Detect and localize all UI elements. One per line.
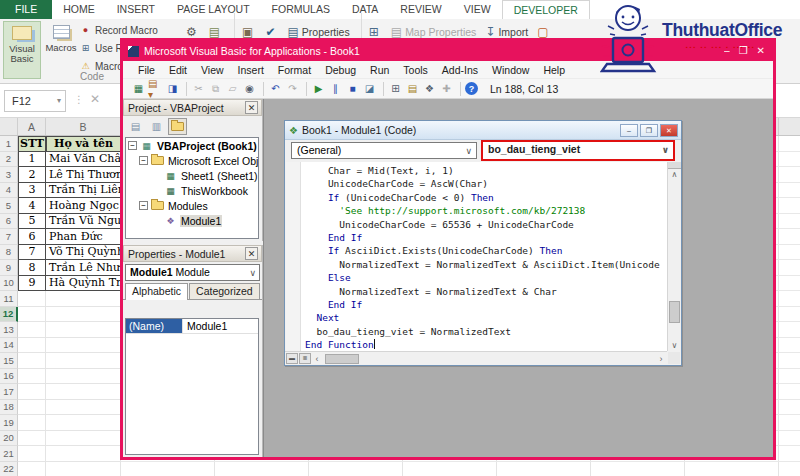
table-cell-stt[interactable]: 3 [18, 183, 46, 199]
scroll-up-icon[interactable]: ∧ [668, 170, 681, 179]
row-header-9[interactable]: 9 [0, 260, 18, 276]
cell[interactable] [18, 291, 46, 307]
toggle-folders-icon[interactable] [168, 118, 187, 135]
table-cell-name[interactable]: Trần Lê Như Qu [46, 260, 121, 276]
cut-icon[interactable]: ✂ [191, 81, 206, 96]
row-header-16[interactable]: 16 [0, 369, 18, 385]
row-header-3[interactable]: 3 [0, 167, 18, 183]
table-cell-stt[interactable]: 8 [18, 260, 46, 276]
menu-format[interactable]: Format [271, 64, 318, 76]
properties-close-icon[interactable]: ✕ [245, 247, 258, 260]
table-cell-name[interactable]: Mai Văn Châu [46, 152, 121, 168]
vertical-scroll-thumb[interactable] [669, 301, 680, 323]
menu-view[interactable]: View [194, 64, 231, 76]
tab-developer[interactable]: DEVELOPER [502, 0, 590, 19]
row-header-12[interactable]: 12 [0, 307, 18, 323]
record-macro-button[interactable]: ● Record Macro [79, 21, 158, 39]
insert-userform-icon[interactable]: ▤ ▾ [148, 81, 163, 96]
object-browser-icon[interactable]: ❖ [422, 81, 437, 96]
menu-run[interactable]: Run [363, 64, 396, 76]
tab-file[interactable]: FILE [0, 0, 52, 19]
undo-icon[interactable]: ↶ [268, 81, 283, 96]
design-mode-icon[interactable]: ✔ [265, 25, 278, 39]
break-icon[interactable]: ∥ [328, 81, 343, 96]
table-header-cell[interactable]: Họ và tên [46, 136, 121, 152]
properties-tab-alphabetic[interactable]: Alphabetic [125, 283, 188, 300]
formula-cancel-icon[interactable]: ✕ [90, 92, 100, 106]
cell[interactable] [18, 322, 46, 338]
table-cell-stt[interactable]: 4 [18, 198, 46, 214]
com-addins-icon[interactable]: ▤ [209, 25, 223, 39]
table-cell-stt[interactable]: 1 [18, 152, 46, 168]
menu-add-ins[interactable]: Add-Ins [435, 64, 485, 76]
properties-object-combo[interactable]: Module1 Module ∨ [125, 264, 260, 281]
row-header-6[interactable]: 6 [0, 214, 18, 230]
map-properties-button[interactable]: ▤Map Properties [391, 25, 477, 39]
row-header-7[interactable]: 7 [0, 229, 18, 245]
project-explorer-icon[interactable]: ⊞ [388, 81, 403, 96]
minimize-icon[interactable]: – [724, 45, 730, 57]
menu-window[interactable]: Window [485, 64, 536, 76]
cell[interactable] [18, 462, 46, 476]
cell[interactable] [46, 384, 121, 400]
cell[interactable] [46, 369, 121, 385]
scroll-left-icon[interactable]: ‹ [311, 354, 323, 364]
code-editor[interactable]: Char = Mid(Text, i, 1) UnicodeCharCode =… [286, 162, 667, 351]
table-header-cell[interactable]: STT [18, 136, 46, 152]
menu-insert[interactable]: Insert [231, 64, 271, 76]
insert-controls-icon[interactable]: ▣ [242, 25, 256, 39]
table-cell-name[interactable]: Trần Thị Liên [46, 183, 121, 199]
table-cell-name[interactable]: Lê Thị Thương Th [46, 167, 121, 183]
cell[interactable] [46, 338, 121, 354]
table-cell-name[interactable]: Hoàng Ngọc Ánh [46, 198, 121, 214]
export-doc-icon[interactable]: ▢ [537, 25, 551, 39]
split-handle[interactable] [668, 162, 681, 169]
tab-view[interactable]: VIEW [453, 0, 502, 19]
tab-review[interactable]: REVIEW [389, 0, 452, 19]
tree-item-microsoft-excel-objects[interactable]: −Microsoft Excel Objects [126, 153, 258, 168]
expand-icon[interactable]: − [139, 201, 148, 210]
cell[interactable] [46, 353, 121, 369]
restore-icon[interactable]: ❐ [739, 45, 748, 57]
tree-item-module1[interactable]: ❖Module1 [126, 213, 258, 228]
row-header-11[interactable]: 11 [0, 291, 18, 307]
column-header-b[interactable]: B [46, 118, 121, 135]
paste-icon[interactable]: ▱ [225, 81, 240, 96]
cell[interactable] [18, 338, 46, 354]
horizontal-scroll-thumb[interactable] [325, 354, 359, 364]
addins-gear-icon[interactable]: ⚙ [186, 25, 200, 39]
view-excel-icon[interactable]: ▦ [131, 81, 146, 96]
table-cell-stt[interactable]: 6 [18, 229, 46, 245]
row-header-4[interactable]: 4 [0, 183, 18, 199]
view-code-icon[interactable]: ▤ [126, 118, 145, 135]
row-header-22[interactable]: 22 [0, 462, 18, 476]
view-object-icon[interactable]: ▥ [147, 118, 166, 135]
object-dropdown-arrow-icon[interactable]: ∨ [465, 144, 472, 159]
properties-tab-categorized[interactable]: Categorized [189, 283, 260, 299]
procedure-dropdown-arrow-icon[interactable]: ∨ [662, 143, 669, 158]
table-cell-name[interactable]: Phan Đức [46, 229, 121, 245]
source-icon[interactable]: ⊞ [369, 25, 382, 39]
cell[interactable] [46, 400, 121, 416]
tab-formulas[interactable]: FORMULAS [261, 0, 341, 19]
row-header-20[interactable]: 20 [0, 431, 18, 447]
row-header-13[interactable]: 13 [0, 322, 18, 338]
cell[interactable] [18, 384, 46, 400]
redo-icon[interactable]: ↷ [285, 81, 300, 96]
expand-icon[interactable]: − [128, 141, 137, 150]
run-icon[interactable]: ▶ [311, 81, 326, 96]
cell[interactable] [18, 307, 46, 323]
visual-basic-button[interactable]: Visual Basic [3, 21, 41, 79]
close-icon[interactable]: ✕ [757, 45, 765, 57]
name-box[interactable]: F12 ▾ [4, 90, 66, 112]
cell[interactable] [46, 322, 121, 338]
find-icon[interactable]: ◉ [242, 81, 257, 96]
menu-help[interactable]: Help [536, 64, 572, 76]
row-header-21[interactable]: 21 [0, 446, 18, 462]
properties-button[interactable]: ▤Properties [288, 25, 350, 39]
code-window-title-bar[interactable]: ❖ Book1 - Module1 (Code) – ❐ ✕ [285, 121, 681, 140]
scroll-right-icon[interactable]: › [655, 354, 667, 364]
code-minimize-icon[interactable]: – [620, 124, 638, 137]
name-box-chevron-icon[interactable]: ▾ [57, 91, 61, 111]
cell[interactable] [18, 400, 46, 416]
